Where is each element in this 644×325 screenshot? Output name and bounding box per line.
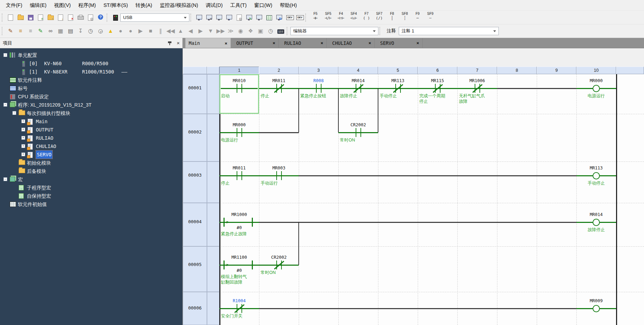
fkey-button-sf8[interactable]: SF8┆ xyxy=(398,11,411,23)
usage-list-icon[interactable]: ▤ xyxy=(66,26,76,36)
fkey-button-f4[interactable]: F4⊣↑⊢ xyxy=(335,11,347,23)
comment-set-select[interactable]: 注释 1 xyxy=(399,27,499,35)
device-register-icon[interactable]: ≡ xyxy=(36,12,46,22)
fkey-button-sf4[interactable]: SF4⊣↓⊢ xyxy=(347,11,360,23)
tree-item-软元件注释[interactable]: 软元件注释 xyxy=(0,76,182,84)
tree-item-子程序型宏[interactable]: 子程序型宏 xyxy=(0,184,182,192)
rung-number-cell[interactable] xyxy=(183,246,207,292)
menu-item-4[interactable]: 程序(M) xyxy=(75,0,100,10)
tab-close-icon[interactable]: × xyxy=(225,41,227,46)
menu-item-1[interactable]: 文件(F) xyxy=(2,0,26,10)
tab-close-icon[interactable]: × xyxy=(368,40,371,46)
fkey-button-f9[interactable]: F9─ xyxy=(411,11,424,23)
rung-number-cell[interactable] xyxy=(183,161,207,203)
tree-item-KV-N8EXR[interactable]: [1]KV-N8EXRR1000/R1500—— xyxy=(0,68,182,76)
skip-to-start-icon[interactable]: ◀◀ xyxy=(166,26,176,36)
dev-monitor-icon[interactable]: DEV xyxy=(284,12,294,22)
pc-timing-icon[interactable]: ◷ xyxy=(86,26,96,36)
script-edit-icon[interactable]: ✎ xyxy=(36,26,46,36)
load-from-plc-icon[interactable]: ↑ xyxy=(46,12,56,22)
column-header-3[interactable]: 3 xyxy=(299,67,338,74)
stop-icon[interactable]: ■ xyxy=(146,26,156,36)
column-header-4[interactable]: 4 xyxy=(338,67,378,74)
record-alt-icon[interactable]: ● xyxy=(126,26,136,36)
tree-item-SERVO[interactable]: +SERVO xyxy=(0,150,182,159)
rung-number-cell[interactable] xyxy=(183,74,207,114)
fkey-button-sf7[interactable]: SF7(/) xyxy=(373,11,386,23)
collapse-toggle-icon[interactable]: − xyxy=(12,111,16,115)
open-project-icon[interactable]: → xyxy=(16,12,26,22)
tree-item-宏[interactable]: −宏 xyxy=(0,175,182,184)
step-down-icon[interactable]: ▼ xyxy=(206,26,216,36)
label-list-icon[interactable]: ≡ xyxy=(26,26,36,36)
tree-item-KV-N60[interactable]: [0]KV-N60R000/R500 xyxy=(0,59,182,68)
tab-chuliao[interactable]: CHULIAO× xyxy=(329,38,375,48)
device-table-icon[interactable] xyxy=(264,12,274,22)
usb-device-icon[interactable] xyxy=(110,12,120,22)
stopwatch-icon[interactable]: ◷ xyxy=(266,26,276,36)
doc-timing-icon[interactable]: ◶ xyxy=(96,26,106,36)
menu-item-3[interactable]: 视图(V) xyxy=(50,0,75,10)
advance-icon[interactable]: ≫ xyxy=(226,26,236,36)
tree-item-每次扫描执行型模块[interactable]: −每次扫描执行型模块 xyxy=(0,109,182,117)
save-project-icon[interactable] xyxy=(26,12,36,22)
new-file-icon[interactable] xyxy=(6,12,16,22)
record-icon[interactable]: ● xyxy=(116,26,126,36)
column-header-1[interactable]: 1 xyxy=(219,67,259,74)
menu-item-6[interactable]: 转换(A) xyxy=(132,0,156,10)
pause-hand-icon[interactable]: ❖ xyxy=(246,26,256,36)
tab-close-icon[interactable]: × xyxy=(416,40,419,46)
help-icon[interactable]: ? xyxy=(96,12,106,22)
read-from-plc-icon[interactable]: ← xyxy=(224,12,234,22)
tree-item-初始化模块[interactable]: 初始化模块 xyxy=(0,159,182,167)
tab-output[interactable]: OUTPUT× xyxy=(233,38,279,48)
monitor-search-icon[interactable]: ◎ xyxy=(234,12,244,22)
column-header-8[interactable]: 8 xyxy=(497,67,537,74)
tab-close-icon[interactable]: × xyxy=(273,40,275,46)
tree-item-单元配置[interactable]: −单元配置 xyxy=(0,51,182,59)
collapse-toggle-icon[interactable]: − xyxy=(3,103,7,107)
expand-toggle-icon[interactable]: + xyxy=(21,128,25,131)
tree-item-CHULIAO[interactable]: +CHULIAO xyxy=(0,142,182,150)
column-header-7[interactable]: 7 xyxy=(457,67,497,74)
skip-to-end-icon[interactable]: ▶▶ xyxy=(216,26,226,36)
pc-sync-icon[interactable]: ↻ xyxy=(274,12,284,22)
collapse-toggle-icon[interactable]: − xyxy=(3,53,7,57)
menu-item-8[interactable]: 调试(D) xyxy=(202,0,226,10)
monitor-pause-icon[interactable]: ▣ xyxy=(256,26,266,36)
fkey-button-sf5[interactable]: SF5⊣/⊢ xyxy=(322,11,335,23)
tree-item-CPU-系统设定[interactable]: CPU 系统设定 xyxy=(0,92,182,101)
pause-icon[interactable]: ∥ xyxy=(156,26,166,36)
tree-item-软元件初始值[interactable]: 软元件初始值 xyxy=(0,200,182,208)
dev-monitor-alt-icon[interactable]: DEV xyxy=(294,12,304,22)
pin-icon[interactable] xyxy=(168,41,172,46)
column-header-9[interactable]: 9 xyxy=(537,67,576,74)
column-header-5[interactable]: 5 xyxy=(378,67,418,74)
print-preview-icon[interactable]: ◎ xyxy=(86,12,96,22)
tree-item-后备模块[interactable]: 后备模块 xyxy=(0,167,182,175)
view-glasses-icon[interactable]: ∞ xyxy=(46,26,56,36)
tab-ruliao[interactable]: RULIAO× xyxy=(281,38,327,48)
fkey-button-f8[interactable]: F8│ xyxy=(386,11,398,23)
simulator-edit-icon[interactable]: ✎ xyxy=(244,12,254,22)
pc-warning-icon[interactable]: ▲ xyxy=(106,26,116,36)
tab-main[interactable]: Main× xyxy=(185,38,231,48)
menu-item-10[interactable]: 窗口(W) xyxy=(250,0,276,10)
expand-toggle-icon[interactable]: + xyxy=(21,119,25,123)
column-header-6[interactable]: 6 xyxy=(418,67,457,74)
expand-toggle-icon[interactable]: + xyxy=(21,144,25,148)
step-back-icon[interactable]: ◀ xyxy=(186,26,196,36)
write-to-plc-icon[interactable]: → xyxy=(214,12,224,22)
menu-item-2[interactable]: 编辑(E) xyxy=(26,0,50,10)
play-icon[interactable]: ▶ xyxy=(136,26,146,36)
drag-tool-icon[interactable]: ↧ xyxy=(76,26,86,36)
tree-item-程序-XL-20191209-V15-R12-3T[interactable]: −程序: XL_20191209_V15_R12_3T xyxy=(0,101,182,109)
expand-toggle-icon[interactable]: + xyxy=(21,136,25,140)
comm-settings-icon[interactable]: → xyxy=(194,12,204,22)
step-forward-icon[interactable]: ▶ xyxy=(196,26,206,36)
tree-item-标号[interactable]: 标号 xyxy=(0,84,182,92)
time-chart-icon[interactable]: 12:0 xyxy=(276,26,286,36)
save-to-plc-icon[interactable]: ↓ xyxy=(56,12,66,22)
menu-item-5[interactable]: ST/脚本(S) xyxy=(100,0,132,10)
window-grid-icon[interactable]: ▦ xyxy=(56,26,66,36)
